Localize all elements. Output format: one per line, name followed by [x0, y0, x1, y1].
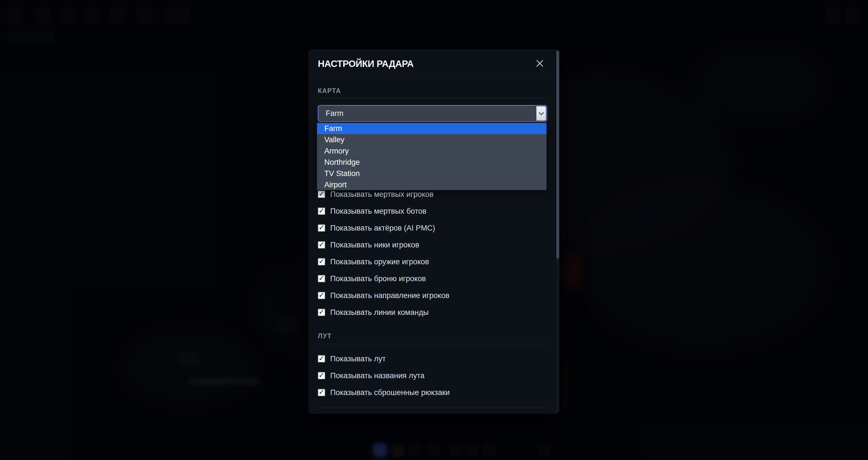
dropdown-option[interactable]: Armory	[317, 145, 547, 157]
checkbox[interactable]: ✓	[318, 355, 325, 362]
chevron-down-icon	[536, 106, 546, 121]
check-icon: ✓	[319, 224, 324, 231]
checkbox-label: Показывать названия лута	[330, 371, 425, 380]
check-icon: ✓	[319, 292, 324, 299]
loot-checkbox-group: ✓Показывать лут✓Показывать названия лута…	[318, 350, 542, 401]
checkbox-row[interactable]: ✓Показывать оружие игроков	[318, 253, 542, 270]
bottom-divider	[318, 408, 550, 408]
dropdown-option[interactable]: Valley	[317, 134, 547, 145]
checkbox-label: Показывать мертвых игроков	[330, 190, 433, 199]
checkbox-label: Показывать ники игроков	[330, 241, 420, 250]
check-icon: ✓	[319, 190, 324, 197]
player-checkbox-group: ✓Показывать мертвых игроков✓Показывать м…	[318, 186, 542, 321]
header-divider	[309, 77, 559, 78]
close-icon	[535, 59, 544, 68]
checkbox-row[interactable]: ✓Показывать направление игроков	[318, 287, 542, 304]
checkbox-row[interactable]: ✓Показывать актёров (AI PMC)	[318, 220, 542, 236]
check-icon: ✓	[319, 389, 324, 396]
checkbox-label: Показывать направление игроков	[330, 291, 450, 300]
checkbox-label: Показывать мертвых ботов	[330, 207, 426, 216]
check-icon: ✓	[319, 275, 324, 282]
map-select-dropdown: FarmValleyArmoryNorthridgeTV StationAirp…	[317, 123, 547, 190]
modal-scrollbar[interactable]	[556, 50, 559, 413]
checkbox-row[interactable]: ✓Показывать лут	[318, 350, 542, 367]
loot-section-divider	[318, 344, 550, 344]
dropdown-option[interactable]: TV Station	[317, 168, 547, 179]
check-icon: ✓	[319, 241, 324, 248]
checkbox-row[interactable]: ✓Показывать названия лута	[318, 367, 542, 384]
modal-title: НАСТРОЙКИ РАДАРА	[318, 59, 413, 69]
checkbox-label: Показывать актёров (AI PMC)	[330, 224, 435, 233]
checkbox-row[interactable]: ✓Показывать ники игроков	[318, 236, 542, 253]
checkbox-label: Показывать лут	[330, 355, 385, 363]
checkbox[interactable]: ✓	[318, 207, 325, 215]
map-section-divider	[318, 98, 550, 98]
map-section-label: КАРТА	[318, 87, 341, 95]
checkbox-row[interactable]: ✓Показывать мертвых ботов	[318, 203, 542, 220]
checkbox[interactable]: ✓	[318, 372, 325, 379]
close-button[interactable]	[532, 58, 548, 69]
dropdown-option[interactable]: Farm	[317, 123, 547, 134]
checkbox-row[interactable]: ✓Показывать броню игроков	[318, 270, 542, 287]
map-select[interactable]: Farm	[318, 105, 547, 122]
radar-settings-modal: НАСТРОЙКИ РАДАРА КАРТА Farm ✓Показывать …	[309, 50, 559, 414]
dropdown-option[interactable]: Northridge	[317, 157, 547, 168]
checkbox-label: Показывать сброшенные рюкзаки	[330, 388, 450, 397]
check-icon: ✓	[319, 207, 324, 214]
checkbox-row[interactable]: ✓Показывать сброшенные рюкзаки	[318, 384, 542, 401]
checkbox[interactable]: ✓	[318, 275, 325, 282]
checkbox-label: Показывать оружие игроков	[330, 258, 429, 266]
modal-header: НАСТРОЙКИ РАДАРА	[309, 50, 559, 77]
checkbox[interactable]: ✓	[318, 292, 325, 299]
check-icon: ✓	[319, 372, 324, 379]
checkbox[interactable]: ✓	[318, 191, 325, 198]
loot-section-label: ЛУТ	[318, 332, 332, 340]
dropdown-option[interactable]: Airport	[317, 179, 547, 190]
checkbox[interactable]: ✓	[318, 389, 325, 396]
check-icon: ✓	[319, 258, 324, 265]
checkbox[interactable]: ✓	[318, 224, 325, 232]
modal-scrollbar-thumb[interactable]	[556, 51, 559, 259]
map-select-value: Farm	[326, 109, 343, 118]
checkbox[interactable]: ✓	[318, 258, 325, 265]
checkbox-label: Показывать линии команды	[330, 308, 429, 317]
checkbox[interactable]: ✓	[318, 309, 325, 316]
checkbox-label: Показывать броню игроков	[330, 274, 426, 283]
check-icon: ✓	[319, 355, 324, 362]
checkbox[interactable]: ✓	[318, 241, 325, 249]
check-icon: ✓	[319, 308, 324, 316]
checkbox-row[interactable]: ✓Показывать линии команды	[318, 304, 542, 321]
